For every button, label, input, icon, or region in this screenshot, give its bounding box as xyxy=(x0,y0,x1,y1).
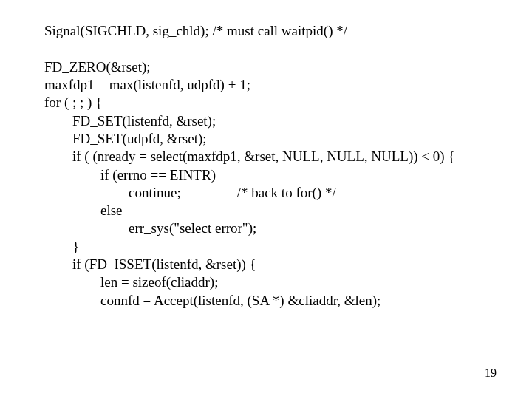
code-line: for ( ; ; ) { xyxy=(44,95,102,110)
code-line: err_sys("select error"); xyxy=(44,220,256,236)
code-line: FD_SET(udpfd, &rset); xyxy=(44,131,207,146)
code-line: FD_SET(listenfd, &rset); xyxy=(44,113,216,129)
code-block: Signal(SIGCHLD, sig_chld); /* must call … xyxy=(0,0,532,310)
code-line: continue; /* back to for() */ xyxy=(44,185,336,200)
code-line: else xyxy=(44,202,123,218)
code-line: if (FD_ISSET(listenfd, &rset)) { xyxy=(44,256,256,272)
code-line: maxfdp1 = max(listenfd, udpfd) + 1; xyxy=(44,77,250,92)
code-line: Signal(SIGCHLD, sig_chld); /* must call … xyxy=(44,23,347,38)
code-line: if ( (nready = select(maxfdp1, &rset, NU… xyxy=(44,149,455,164)
code-line: FD_ZERO(&rset); xyxy=(44,59,151,75)
code-line: } xyxy=(44,239,79,254)
page-number: 19 xyxy=(485,366,497,380)
code-line: if (errno == EINTR) xyxy=(44,167,216,183)
code-line: connfd = Accept(listenfd, (SA *) &cliadd… xyxy=(44,293,381,308)
code-line: len = sizeof(cliaddr); xyxy=(44,274,218,290)
